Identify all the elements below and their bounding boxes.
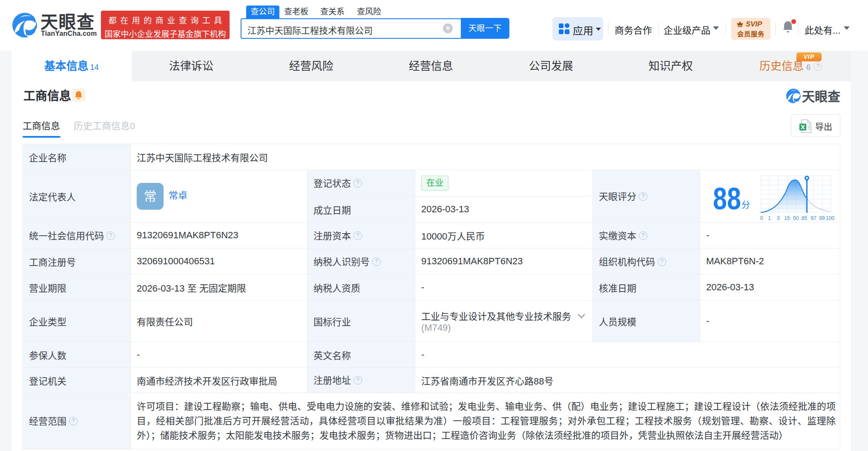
svg-text:3: 3	[777, 215, 780, 221]
svg-text:1: 1	[768, 215, 771, 221]
svg-text:100: 100	[826, 215, 834, 221]
svg-text:0: 0	[760, 215, 763, 221]
svg-text:97: 97	[811, 215, 817, 221]
svg-text:99: 99	[819, 215, 825, 221]
svg-text:85: 85	[802, 215, 808, 221]
svg-text:50: 50	[793, 215, 799, 221]
svg-text:15: 15	[784, 215, 790, 221]
